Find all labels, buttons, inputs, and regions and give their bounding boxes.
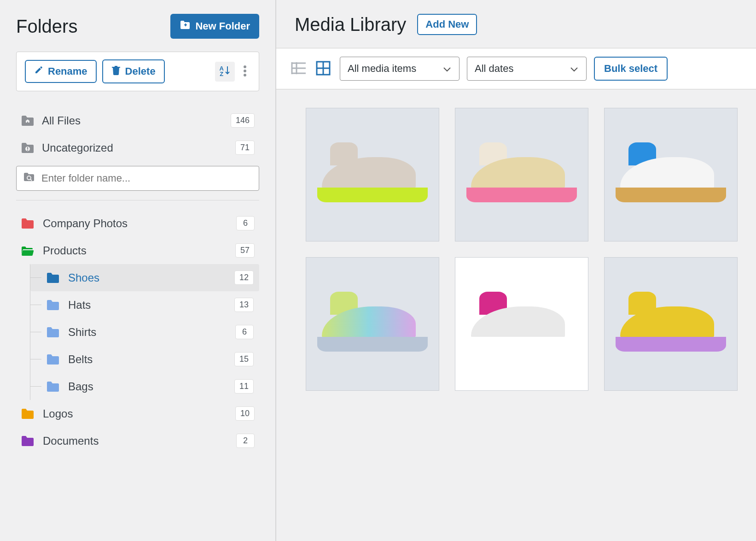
folder-icon (46, 272, 62, 284)
all-files-item[interactable]: All Files 146 (16, 107, 259, 134)
media-item[interactable] (455, 257, 588, 391)
pencil-icon (34, 65, 43, 77)
folder-item-products[interactable]: Products 57 (16, 237, 259, 264)
add-new-button[interactable]: Add New (417, 14, 477, 35)
media-type-filter[interactable]: All media items (340, 57, 459, 81)
divider (16, 200, 259, 200)
media-library-title: Media Library (295, 14, 406, 35)
folder-label: Shoes (68, 271, 234, 284)
new-folder-label: New Folder (195, 20, 250, 32)
svg-point-2 (244, 65, 246, 68)
folder-icon (46, 381, 62, 393)
folder-count: 11 (234, 379, 254, 394)
folders-sidebar: Folders New Folder Rename Delete AZ (0, 0, 276, 541)
add-new-label: Add New (425, 18, 469, 30)
view-toggle (289, 59, 332, 79)
media-grid (295, 108, 738, 391)
folder-label: Documents (43, 435, 236, 447)
sort-az-button[interactable]: AZ (215, 62, 235, 82)
media-item[interactable] (604, 108, 738, 241)
svg-point-4 (244, 74, 246, 76)
folder-plus-icon (180, 20, 191, 33)
folder-item-shirts[interactable]: Shirts 6 (30, 318, 259, 346)
folder-count: 12 (234, 270, 254, 285)
media-item[interactable] (306, 108, 439, 241)
folder-search-icon (23, 172, 36, 185)
date-filter[interactable]: All dates (467, 57, 587, 81)
folder-count: 15 (234, 352, 254, 366)
dots-vertical-icon (243, 71, 247, 78)
bulk-select-label: Bulk select (604, 63, 657, 75)
folder-icon (46, 353, 62, 365)
shoe-thumbnail (616, 296, 726, 352)
delete-label: Delete (125, 65, 156, 77)
sidebar-header: Folders New Folder (16, 14, 259, 39)
folder-icon (21, 408, 36, 420)
folder-label: Hats (68, 299, 234, 312)
media-type-value: All media items (348, 63, 416, 75)
folder-icon (21, 245, 36, 257)
rename-label: Rename (48, 65, 87, 77)
folder-item-hats[interactable]: Hats 13 (30, 291, 259, 318)
media-item[interactable] (455, 108, 588, 241)
bulk-select-button[interactable]: Bulk select (594, 57, 668, 81)
folder-icon (21, 218, 36, 229)
folder-tree: Company Photos 6 Products 57 Shoes 12 Ha… (16, 210, 259, 454)
folder-count: 10 (235, 406, 255, 421)
uncategorized-label: Uncategorized (42, 141, 235, 154)
folder-label: Logos (43, 407, 235, 420)
chevron-down-icon (442, 63, 452, 75)
svg-point-3 (244, 70, 246, 72)
folder-home-icon (21, 115, 36, 127)
trash-icon (111, 65, 121, 78)
media-item[interactable] (306, 257, 439, 391)
folder-count: 6 (236, 216, 255, 230)
uncategorized-count: 71 (235, 141, 255, 155)
svg-rect-1 (185, 24, 186, 26)
folder-item-bags[interactable]: Bags 11 (30, 373, 259, 400)
folder-toolbar: Rename Delete AZ (16, 52, 259, 91)
folder-icon (21, 435, 36, 447)
date-filter-value: All dates (475, 63, 513, 75)
folder-item-logos[interactable]: Logos 10 (16, 400, 259, 427)
folder-alert-icon (21, 142, 36, 154)
folder-count: 57 (235, 243, 255, 258)
uncategorized-item[interactable]: Uncategorized 71 (16, 134, 259, 161)
folder-count: 2 (236, 434, 255, 448)
folder-search[interactable] (16, 166, 259, 191)
folder-label: Company Photos (43, 217, 236, 230)
shoe-thumbnail (466, 147, 577, 202)
media-item[interactable] (604, 257, 738, 391)
delete-button[interactable]: Delete (102, 59, 165, 83)
arrow-down-icon (225, 65, 230, 78)
shoe-thumbnail (466, 296, 577, 352)
folders-title: Folders (16, 16, 77, 37)
filter-bar: All media items All dates Bulk select (276, 48, 756, 89)
chevron-down-icon (570, 63, 579, 75)
folder-search-input[interactable] (41, 172, 252, 184)
list-icon (291, 70, 307, 76)
more-options-button[interactable] (239, 62, 250, 81)
folder-label: Products (43, 244, 235, 257)
list-view-button[interactable] (289, 59, 308, 79)
grid-view-button[interactable] (314, 59, 332, 79)
shoe-thumbnail (616, 147, 726, 202)
folder-count: 13 (234, 298, 254, 312)
folder-item-belts[interactable]: Belts 15 (30, 346, 259, 373)
svg-rect-7 (27, 150, 28, 151)
folder-label: Belts (68, 353, 234, 366)
folder-icon (46, 299, 62, 311)
folder-item-company-photos[interactable]: Company Photos 6 (16, 210, 259, 237)
new-folder-button[interactable]: New Folder (170, 14, 259, 39)
folder-item-documents[interactable]: Documents 2 (16, 427, 259, 454)
folder-icon (46, 326, 62, 338)
folder-label: Bags (68, 380, 234, 393)
folder-count: 6 (235, 325, 254, 339)
all-files-label: All Files (42, 114, 231, 127)
svg-rect-6 (27, 147, 28, 149)
folder-item-shoes[interactable]: Shoes 12 (30, 264, 259, 291)
media-library-main: Media Library Add New All media items (276, 0, 756, 541)
main-header: Media Library Add New (295, 14, 738, 35)
shoe-thumbnail (317, 296, 428, 352)
rename-button[interactable]: Rename (25, 60, 97, 83)
